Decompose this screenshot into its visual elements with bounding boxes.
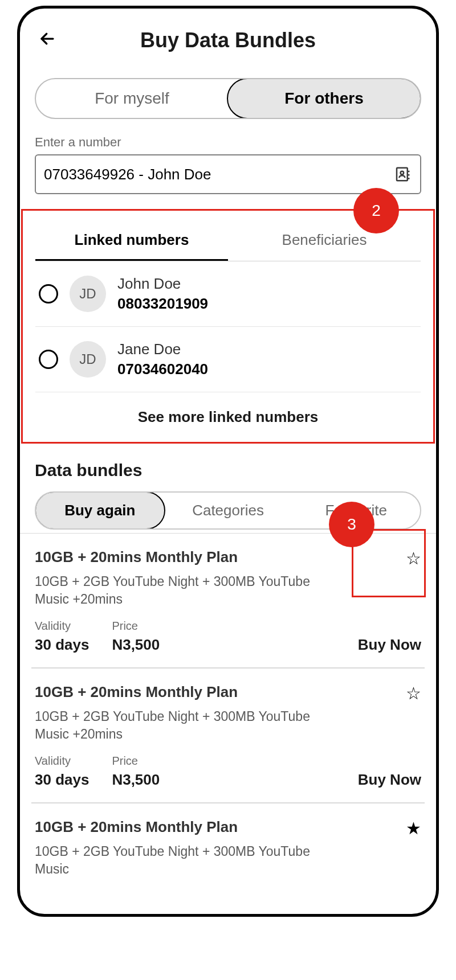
validity-value: 30 days — [35, 636, 89, 654]
tab-beneficiaries[interactable]: Beneficiaries — [228, 222, 421, 261]
tab-linked-numbers[interactable]: Linked numbers — [35, 222, 228, 261]
bundle-description: 10GB + 2GB YouTube Night + 300MB YouTube… — [35, 708, 343, 743]
contact-number: 07034602040 — [117, 360, 208, 378]
arrow-left-icon — [39, 30, 56, 52]
svg-point-5 — [401, 171, 404, 175]
number-input-wrap — [35, 154, 421, 194]
star-outline-icon: ☆ — [406, 684, 421, 703]
favourite-toggle[interactable]: ★ — [406, 818, 421, 838]
price-label: Price — [112, 620, 160, 633]
buy-now-button[interactable]: Buy Now — [358, 771, 421, 789]
number-input[interactable] — [44, 166, 393, 183]
bundle-meta: Validity 30 days Price N3,500 — [35, 755, 160, 789]
app-header: Buy Data Bundles — [31, 23, 425, 69]
contacts-icon[interactable] — [393, 165, 412, 184]
avatar: JD — [70, 341, 106, 378]
contact-row[interactable]: JD John Doe 08033201909 — [35, 261, 421, 327]
contact-number: 08033201909 — [117, 295, 208, 313]
validity-label: Validity — [35, 620, 89, 633]
radio-unselected[interactable] — [39, 350, 58, 369]
contact-row[interactable]: JD Jane Doe 07034602040 — [35, 327, 421, 392]
number-input-label: Enter a number — [35, 135, 421, 150]
bundles-section-title: Data bundles — [35, 461, 421, 480]
annotation-3-badge: 3 — [329, 502, 374, 547]
price-value: N3,500 — [112, 771, 160, 789]
bundle-meta: Validity 30 days Price N3,500 — [35, 620, 160, 654]
contact-text: Jane Doe 07034602040 — [117, 341, 208, 378]
price-label: Price — [112, 755, 160, 768]
radio-unselected[interactable] — [39, 284, 58, 304]
bundle-card: 10GB + 20mins Monthly Plan ★ 10GB + 2GB … — [31, 803, 425, 892]
segment-for-myself[interactable]: For myself — [36, 79, 228, 118]
validity-value: 30 days — [35, 771, 89, 789]
favourite-toggle[interactable]: ☆ — [406, 548, 421, 568]
bundle-card: 3 10GB + 20mins Monthly Plan ☆ 10GB + 2G… — [31, 534, 425, 669]
price-value: N3,500 — [112, 636, 160, 654]
contact-name: Jane Doe — [117, 341, 208, 358]
bundle-description: 10GB + 2GB YouTube Night + 300MB YouTube… — [35, 843, 343, 878]
recipient-segmented: For myself For others — [35, 78, 421, 119]
bundle-title: 10GB + 20mins Monthly Plan — [35, 818, 238, 836]
contact-text: John Doe 08033201909 — [117, 275, 208, 313]
annotation-2-badge: 2 — [353, 188, 399, 233]
star-filled-icon: ★ — [406, 819, 421, 838]
annotation-2-box: 2 Linked numbers Beneficiaries JD John D… — [21, 209, 435, 444]
bundle-title: 10GB + 20mins Monthly Plan — [35, 548, 238, 566]
validity-label: Validity — [35, 755, 89, 768]
favourite-toggle[interactable]: ☆ — [406, 683, 421, 703]
pill-categories[interactable]: Categories — [164, 493, 292, 528]
pill-buy-again[interactable]: Buy again — [35, 491, 165, 530]
bundle-title: 10GB + 20mins Monthly Plan — [35, 683, 238, 701]
avatar: JD — [70, 276, 106, 312]
app-screen: Buy Data Bundles For myself For others E… — [20, 9, 436, 914]
phone-frame: Buy Data Bundles For myself For others E… — [17, 6, 439, 917]
see-more-link[interactable]: See more linked numbers — [35, 392, 421, 432]
segment-for-others[interactable]: For others — [227, 78, 421, 119]
star-outline-icon: ☆ — [406, 549, 421, 568]
contact-name: John Doe — [117, 275, 208, 293]
buy-now-button[interactable]: Buy Now — [358, 636, 421, 654]
back-button[interactable] — [35, 28, 60, 53]
bundle-card: 10GB + 20mins Monthly Plan ☆ 10GB + 2GB … — [31, 669, 425, 803]
page-title: Buy Data Bundles — [60, 28, 421, 52]
bundle-description: 10GB + 2GB YouTube Night + 300MB YouTube… — [35, 573, 343, 608]
